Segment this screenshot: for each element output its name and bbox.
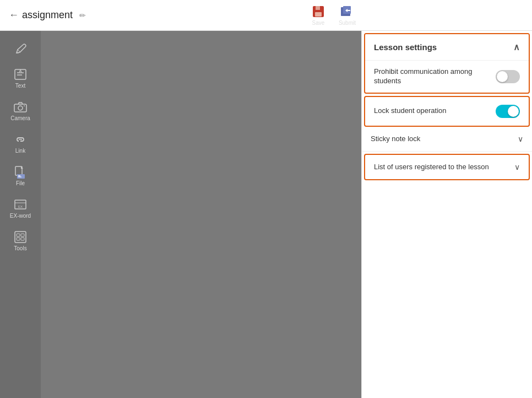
exword-icon: EX [13,197,28,212]
sidebar: A Text Camera Link [0,31,41,398]
save-action[interactable]: Save [311,4,325,26]
lock-student-toggle-track [496,105,520,118]
sidebar-item-file[interactable]: File [0,160,41,191]
prohibit-communication-row: Prohibit communication among students [365,60,529,93]
save-label: Save [312,20,324,26]
prohibit-toggle[interactable] [496,70,520,83]
lesson-settings-title: Lesson settings [374,42,437,52]
top-bar: ← assignment ✏ Save Submit [0,0,532,31]
users-list-label: List of users registered to the lesson [374,163,489,171]
svg-rect-2 [316,6,320,10]
sticky-chevron-icon: ∨ [518,135,523,143]
pen-icon [13,42,28,56]
main-layout: A Text Camera Link [0,31,532,398]
back-arrow-icon: ← [9,9,19,21]
sidebar-camera-label: Camera [10,115,30,121]
svg-rect-10 [14,104,26,112]
svg-point-12 [24,105,25,106]
sidebar-item-camera[interactable]: Camera [0,95,41,126]
svg-rect-21 [15,232,26,243]
prohibit-toggle-track [496,70,520,83]
prohibit-toggle-thumb [497,71,508,82]
users-list-box[interactable]: List of users registered to the lesson ∨ [364,154,530,180]
text-icon: A [13,67,28,82]
camera-icon [13,100,28,114]
sidebar-item-link[interactable]: Link [0,128,41,158]
svg-rect-25 [21,238,24,240]
svg-rect-1 [315,12,322,17]
prohibit-communication-label: Prohibit communication among students [374,67,490,86]
svg-text:EX: EX [18,205,23,208]
sidebar-exword-label: EX-word [10,213,31,219]
lock-student-toggle-thumb [508,106,519,117]
sidebar-item-tools[interactable]: Tools [0,225,41,256]
sidebar-link-label: Link [15,148,25,154]
sidebar-tools-label: Tools [14,245,26,251]
sidebar-text-label: Text [15,83,25,89]
assignment-title: assignment [22,9,73,21]
top-bar-actions: Save Submit [311,4,356,26]
lesson-settings-header[interactable]: Lesson settings ∧ [365,34,529,60]
sidebar-item-pen[interactable] [0,37,41,61]
chevron-up-icon: ∧ [513,42,520,52]
sticky-note-lock-label: Sticky note lock [371,135,420,143]
lock-student-toggle[interactable] [496,105,520,118]
sidebar-item-text[interactable]: A Text [0,63,41,93]
svg-rect-15 [17,174,25,179]
submit-action[interactable]: Submit [339,4,356,26]
sidebar-item-exword[interactable]: EX EX-word [0,193,41,223]
lesson-settings-box: Lesson settings ∧ Prohibit communication… [364,33,530,94]
svg-text:A: A [19,69,21,73]
canvas-area [41,31,361,398]
submit-label: Submit [339,20,356,26]
lock-student-box: Lock student operation [364,96,530,127]
svg-rect-24 [17,238,20,240]
link-icon [13,132,28,147]
svg-rect-22 [17,234,20,236]
edit-icon[interactable]: ✏ [79,11,86,20]
back-button[interactable]: ← assignment ✏ [9,9,86,21]
file-icon [13,165,28,179]
tools-icon [13,230,28,244]
svg-rect-23 [21,234,24,236]
sticky-note-lock-row[interactable]: Sticky note lock ∨ [362,127,532,152]
right-panel: Lesson settings ∧ Prohibit communication… [361,31,532,398]
lock-student-label: Lock student operation [374,106,490,116]
svg-point-11 [18,106,23,110]
users-chevron-icon: ∨ [514,163,520,171]
sidebar-file-label: File [16,180,25,186]
submit-icon [340,4,354,19]
save-icon [311,4,325,19]
